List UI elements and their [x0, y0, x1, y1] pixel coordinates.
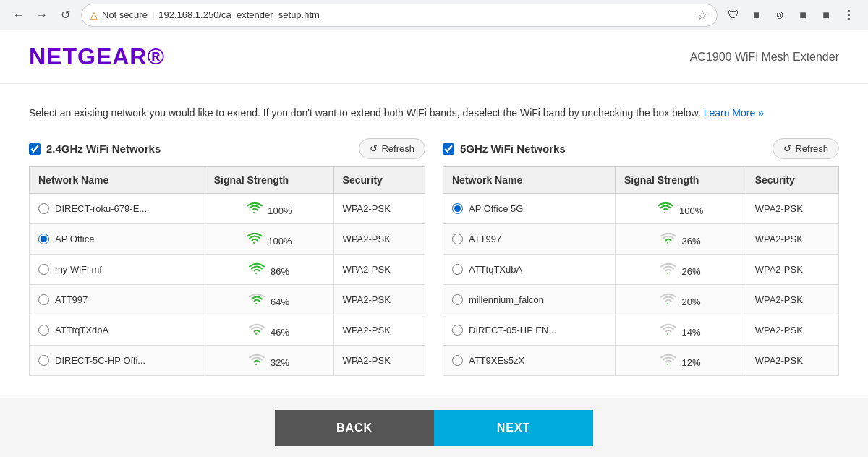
wifi-icon-24-5	[249, 357, 265, 368]
signal-pct-24-5: 32%	[271, 357, 289, 368]
network-radio-24-0[interactable]	[38, 203, 49, 214]
col-security-5: Security	[746, 167, 838, 194]
network-name-24-0: DIRECT-roku-679-E...	[55, 203, 147, 214]
network-name-5-5: ATT9XEs5zX	[469, 355, 524, 366]
network-name-cell-5-4: DIRECT-05-HP EN...	[443, 315, 616, 346]
browser-chrome: ← → ↺ △ Not secure | 192.168.1.250/ca_ex…	[0, 0, 868, 30]
band-24-checkbox[interactable]	[29, 143, 41, 155]
wifi-icon-24-1	[247, 236, 263, 247]
table-row[interactable]: millennium_falcon 20%WPA2-PSK	[443, 285, 839, 315]
network-name-cell-24-3: ATT997	[30, 285, 205, 315]
wifi-icon-5-4	[660, 327, 676, 338]
col-signal-24: Signal Strength	[205, 167, 333, 194]
table-row[interactable]: DIRECT-05-HP EN... 14%WPA2-PSK	[443, 315, 839, 346]
signal-cell-24-2: 86%	[205, 255, 333, 285]
network-name-cell-5-0: AP Office 5G	[443, 194, 616, 224]
band-5-checkbox[interactable]	[443, 143, 454, 155]
menu-icon[interactable]: ⋮	[839, 5, 859, 25]
ext-icon-4[interactable]: ■	[793, 5, 813, 25]
network-name-24-2: my WiFi mf	[55, 264, 102, 275]
band-5-header: 5GHz WiFi Networks ↺ Refresh	[443, 138, 839, 159]
security-cell-5-4: WPA2-PSK	[746, 315, 838, 346]
signal-cell-5-3: 20%	[615, 285, 746, 315]
col-name-5: Network Name	[443, 167, 616, 194]
band-5-table-header: Network Name Signal Strength Security	[443, 167, 839, 194]
wifi-icon-24-4	[249, 327, 265, 338]
netgear-logo: NETGEAR®	[29, 43, 165, 70]
security-cell-5-0: WPA2-PSK	[746, 194, 838, 224]
back-button[interactable]: BACK	[275, 410, 434, 446]
security-warning-icon: △	[90, 9, 98, 20]
signal-pct-5-2: 26%	[682, 266, 701, 277]
ext-icon-3[interactable]: 🄯	[770, 5, 790, 25]
network-radio-5-5[interactable]	[452, 355, 463, 366]
network-name-cell-24-4: ATTtqTXdbA	[30, 315, 205, 346]
table-row[interactable]: ATTtqTXdbA 26%WPA2-PSK	[443, 255, 839, 285]
page-header: NETGEAR® AC1900 WiFi Mesh Extender	[0, 30, 868, 84]
signal-cell-5-0: 100%	[615, 194, 746, 224]
footer-buttons: BACK NEXT	[0, 398, 868, 457]
network-radio-24-4[interactable]	[38, 325, 49, 336]
network-radio-5-1[interactable]	[452, 234, 463, 244]
ext-icon-2[interactable]: ■	[746, 5, 767, 25]
table-row[interactable]: my WiFi mf 86%WPA2-PSK	[30, 255, 425, 285]
table-row[interactable]: AP Office 5G 100%WPA2-PSK	[443, 194, 839, 224]
signal-pct-5-1: 36%	[682, 236, 701, 247]
refresh-24-label: Refresh	[381, 143, 414, 154]
table-row[interactable]: ATT997 36%WPA2-PSK	[443, 224, 839, 255]
url-text: 192.168.1.250/ca_extender_setup.htm	[158, 9, 320, 20]
col-signal-5: Signal Strength	[615, 167, 746, 194]
table-row[interactable]: ATT9XEs5zX 12%WPA2-PSK	[443, 346, 839, 376]
intro-paragraph: Select an existing network you would lik…	[29, 106, 839, 121]
security-cell-24-4: WPA2-PSK	[333, 315, 425, 346]
table-row[interactable]: DIRECT-5C-HP Offi... 32%WPA2-PSK	[30, 346, 425, 376]
network-radio-5-2[interactable]	[452, 264, 463, 275]
table-row[interactable]: ATT997 64%WPA2-PSK	[30, 285, 425, 315]
band-5-refresh-button[interactable]: ↺ Refresh	[773, 138, 839, 159]
ext-icon-1[interactable]: 🛡	[723, 5, 744, 25]
signal-cell-24-3: 64%	[205, 285, 333, 315]
network-radio-5-3[interactable]	[452, 294, 463, 305]
security-cell-5-5: WPA2-PSK	[746, 346, 838, 376]
refresh-5-label: Refresh	[795, 143, 828, 154]
network-name-24-4: ATTtqTXdbA	[55, 325, 109, 336]
network-name-24-1: AP Office	[55, 234, 94, 244]
table-row[interactable]: AP Office 100%WPA2-PSK	[30, 224, 425, 255]
table-row[interactable]: DIRECT-roku-679-E... 100%WPA2-PSK	[30, 194, 425, 224]
network-radio-24-1[interactable]	[38, 234, 49, 244]
security-cell-24-2: WPA2-PSK	[333, 255, 425, 285]
network-name-cell-5-1: ATT997	[443, 224, 616, 255]
security-cell-24-5: WPA2-PSK	[333, 346, 425, 376]
band-24-panel: 2.4GHz WiFi Networks ↺ Refresh Network N…	[29, 138, 425, 376]
signal-pct-24-4: 46%	[271, 327, 289, 338]
network-radio-24-2[interactable]	[38, 264, 49, 275]
main-content: Select an existing network you would lik…	[0, 84, 868, 398]
forward-nav-button[interactable]: →	[32, 5, 52, 25]
band-24-label: 2.4GHz WiFi Networks	[46, 142, 161, 155]
signal-cell-24-0: 100%	[205, 194, 333, 224]
reload-nav-button[interactable]: ↺	[55, 5, 75, 25]
star-icon[interactable]: ☆	[697, 7, 708, 23]
learn-more-link[interactable]: Learn More »	[704, 107, 764, 119]
ext-icon-5[interactable]: ■	[816, 5, 836, 25]
wifi-icon-24-0	[247, 205, 263, 216]
network-radio-5-0[interactable]	[452, 203, 463, 214]
band-24-refresh-button[interactable]: ↺ Refresh	[359, 138, 425, 159]
next-button[interactable]: NEXT	[434, 410, 593, 446]
network-radio-24-3[interactable]	[38, 294, 49, 305]
wifi-icon-24-3	[249, 296, 265, 307]
network-radio-5-4[interactable]	[452, 325, 463, 336]
network-radio-24-5[interactable]	[38, 355, 49, 366]
wifi-icon-5-3	[660, 296, 676, 307]
back-nav-button[interactable]: ←	[9, 5, 29, 25]
table-row[interactable]: ATTtqTXdbA 46%WPA2-PSK	[30, 315, 425, 346]
signal-pct-24-1: 100%	[268, 236, 292, 247]
band-24-table-header: Network Name Signal Strength Security	[30, 167, 425, 194]
network-name-5-2: ATTtqTXdbA	[469, 264, 522, 275]
network-name-cell-5-5: ATT9XEs5zX	[443, 346, 616, 376]
network-name-cell-24-2: my WiFi mf	[30, 255, 205, 285]
network-name-cell-5-3: millennium_falcon	[443, 285, 616, 315]
security-cell-5-3: WPA2-PSK	[746, 285, 838, 315]
address-bar[interactable]: △ Not secure | 192.168.1.250/ca_extender…	[81, 4, 718, 27]
signal-pct-5-0: 100%	[679, 205, 703, 216]
